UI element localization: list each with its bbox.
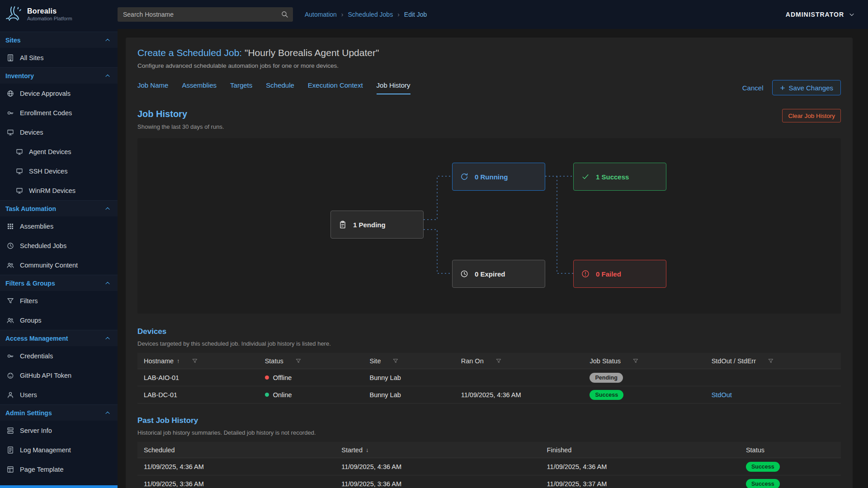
sidebar-item-credentials[interactable]: Credentials [0, 346, 118, 366]
breadcrumb-automation[interactable]: Automation [305, 11, 337, 18]
cell-status: Success [740, 479, 841, 488]
sidebar-item-enrollment-codes[interactable]: Enrollment Codes [0, 103, 118, 122]
column-header-stdout-stderr[interactable]: StdOut / StdErr [705, 357, 841, 365]
cancel-button[interactable]: Cancel [742, 84, 764, 92]
sidebar-item-server-info[interactable]: Server Info [0, 421, 118, 440]
column-header-site[interactable]: Site [363, 357, 454, 365]
sidebar-item-label: Groups [20, 317, 42, 324]
tab-schedule[interactable]: Schedule [266, 81, 294, 94]
job-history-subheading: Showing the last 30 days of runs. [137, 123, 224, 130]
sidebar-item-ssh-devices[interactable]: SSH Devices [0, 161, 118, 181]
sidebar-section-admin-settings[interactable]: Admin Settings [0, 404, 118, 421]
breadcrumb-edit-job[interactable]: Edit Job [404, 11, 427, 18]
devices-heading: Devices [137, 327, 331, 336]
search-icon[interactable] [281, 10, 289, 19]
sidebar-item-page-template[interactable]: Page Template [0, 460, 118, 479]
devices-table-header: Hostname↑ Status Site Ran On Job Status [137, 353, 841, 369]
sidebar-item-winrm-devices[interactable]: WinRM Devices [0, 181, 118, 200]
column-header-hostname[interactable]: Hostname↑ [137, 357, 259, 365]
column-header-job-status[interactable]: Job Status [583, 357, 705, 365]
log-icon [6, 446, 14, 454]
globe-icon [6, 89, 14, 98]
sidebar-section-access-management[interactable]: Access Management [0, 330, 118, 346]
node-pending[interactable]: 1 Pending [330, 211, 424, 239]
section-label: Inventory [5, 72, 34, 80]
sidebar-item-devices[interactable]: Devices [0, 122, 118, 142]
cell-started: 11/09/2025, 3:36 AM [335, 480, 540, 488]
column-header-status[interactable]: Status [259, 357, 363, 365]
page-title-job-name: "Hourly Borealis Agent Updater" [245, 47, 379, 58]
sidebar-item-users[interactable]: Users [0, 385, 118, 404]
node-failed[interactable]: 0 Failed [573, 260, 666, 288]
brand-logo-link[interactable]: Borealis Automation Platform [0, 5, 118, 23]
clock-icon [460, 269, 469, 278]
sidebar-section-inventory[interactable]: Inventory [0, 67, 118, 84]
filter-icon[interactable] [192, 358, 198, 364]
chevron-down-icon [848, 11, 855, 18]
tab-job-name[interactable]: Job Name [137, 81, 168, 94]
offline-status-dot [265, 375, 269, 380]
sidebar-section-sites[interactable]: Sites [0, 32, 118, 48]
filter-icon[interactable] [495, 358, 502, 364]
sidebar-item-all-sites[interactable]: All Sites [0, 48, 118, 67]
column-header-scheduled[interactable]: Scheduled [137, 446, 335, 454]
node-running[interactable]: 0 Running [452, 163, 545, 191]
column-header-status[interactable]: Status [740, 446, 841, 454]
save-changes-label: Save Changes [789, 84, 833, 92]
node-success[interactable]: 1 Success [573, 163, 666, 191]
section-label: Admin Settings [5, 409, 52, 417]
cell-site: Bunny Lab [363, 391, 454, 399]
sidebar-scroll-indicator[interactable] [0, 485, 118, 488]
sidebar-item-label: Server Info [20, 427, 52, 434]
tab-assemblies[interactable]: Assemblies [182, 81, 217, 94]
section-label: Sites [5, 37, 20, 44]
chevron-up-icon [104, 335, 111, 342]
sidebar-item-github-api-token[interactable]: GitHub API Token [0, 366, 118, 385]
node-success-label: 1 Success [596, 173, 629, 181]
tab-execution-context[interactable]: Execution Context [308, 81, 363, 94]
table-row: 11/09/2025, 4:36 AM 11/09/2025, 4:36 AM … [137, 458, 841, 475]
sidebar-section-task-automation[interactable]: Task Automation [0, 200, 118, 216]
search-input[interactable] [118, 7, 293, 22]
sidebar-item-log-management[interactable]: Log Management [0, 440, 118, 460]
column-header-ran-on[interactable]: Ran On [455, 357, 584, 365]
column-header-started[interactable]: Started↓ [335, 446, 540, 454]
chevron-up-icon [104, 205, 111, 212]
user-menu[interactable]: ADMINISTRATOR [786, 11, 855, 18]
sidebar-item-groups[interactable]: Groups [0, 310, 118, 330]
alert-icon [581, 269, 590, 278]
column-header-finished[interactable]: Finished [541, 446, 740, 454]
form-actions: Cancel + Save Changes [742, 80, 841, 95]
cell-scheduled: 11/09/2025, 3:36 AM [137, 480, 335, 488]
filter-icon[interactable] [392, 358, 399, 364]
devices-table: Hostname↑ Status Site Ran On Job Status [137, 353, 841, 404]
past-history-table: Scheduled Started↓ Finished Status 11/09… [137, 442, 841, 488]
online-status-dot [265, 393, 269, 397]
sidebar-item-device-approvals[interactable]: Device Approvals [0, 84, 118, 103]
clear-job-history-button[interactable]: Clear Job History [782, 109, 841, 122]
sidebar-item-agent-devices[interactable]: Agent Devices [0, 142, 118, 161]
key-icon [6, 109, 14, 117]
filter-icon[interactable] [295, 358, 302, 364]
chevron-up-icon [104, 280, 111, 287]
sidebar-item-community-content[interactable]: Community Content [0, 255, 118, 275]
table-row: LAB-AIO-01 Offline Bunny Lab Pending [137, 369, 841, 386]
user-menu-label: ADMINISTRATOR [786, 11, 844, 18]
filter-icon[interactable] [768, 358, 774, 364]
filter-icon[interactable] [632, 358, 639, 364]
cell-finished: 11/09/2025, 3:37 AM [541, 480, 740, 488]
tab-job-history[interactable]: Job History [377, 81, 410, 94]
section-label: Task Automation [5, 205, 56, 212]
tab-targets[interactable]: Targets [230, 81, 252, 94]
building-icon [6, 54, 14, 62]
sidebar-item-scheduled-jobs[interactable]: Scheduled Jobs [0, 236, 118, 255]
sidebar-item-filters[interactable]: Filters [0, 291, 118, 310]
devices-section-head: Devices Devices targeted by this schedul… [137, 327, 841, 347]
breadcrumb-scheduled-jobs[interactable]: Scheduled Jobs [348, 11, 393, 18]
sidebar-section-filters-groups[interactable]: Filters & Groups [0, 275, 118, 291]
cell-stdout: StdOut [705, 391, 841, 399]
stdout-link[interactable]: StdOut [712, 391, 732, 399]
node-expired[interactable]: 0 Expired [452, 260, 545, 288]
save-changes-button[interactable]: + Save Changes [772, 80, 841, 95]
sidebar-item-assemblies[interactable]: Assemblies [0, 216, 118, 236]
